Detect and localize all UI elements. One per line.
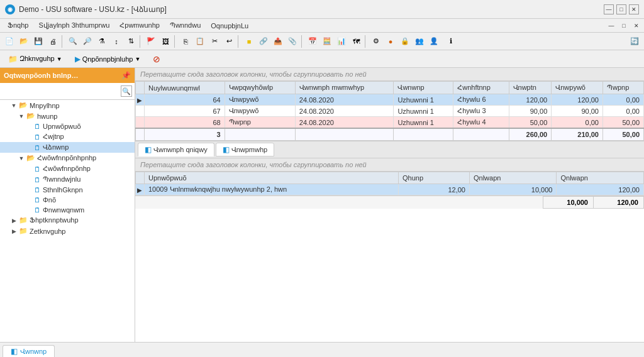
menu-file[interactable]: Ֆnqhp — [3, 20, 33, 31]
tb-users[interactable]: 👥 — [413, 35, 426, 48]
tree-item-moduels[interactable]: ▼ 📂 Mnpylhnp — [0, 100, 135, 111]
col-bot-name[interactable]: Upnwõpwuõ — [145, 172, 399, 184]
tb-sort[interactable]: ↕ — [109, 35, 123, 48]
tb-sep5 — [301, 35, 304, 48]
tab-invoice-lines[interactable]: ◧ Վwnwnph qniqwy — [138, 143, 214, 157]
menu-bar: Ֆnqhp Sվjaylnph 3hthumprwu Հpwmwunhp Պwn… — [0, 19, 644, 33]
table-row[interactable]: 67 Վnwpywõ 24.08.2020 Uzhuwnni 1 Հhywlu … — [136, 106, 644, 117]
col-person[interactable]: Հwnhftnnp — [453, 82, 509, 94]
tree-item-warehouse[interactable]: 🗒 Φnwnwqnwm — [0, 205, 135, 215]
doc-icon: 🗒 — [34, 176, 41, 184]
tb-gear[interactable]: ⚙ — [369, 35, 383, 48]
tb2-operations[interactable]: ▶ Qnpõnnpbjnluhp ▼ — [69, 52, 147, 66]
tb-save[interactable]: 💾 — [31, 35, 45, 48]
tab-payments[interactable]: ◧ Վnwpmwhp — [216, 143, 275, 157]
maximize-button[interactable]: □ — [616, 4, 626, 14]
tb2-sections[interactable]: 📁 Զhknvguhp ▼ — [3, 52, 68, 66]
col-indicator — [136, 82, 145, 94]
sidebar-pin-icon[interactable]: 📌 — [121, 71, 131, 80]
row-paid: 120,00 — [552, 94, 603, 106]
tb2-red-stop[interactable]: ⊘ — [147, 52, 166, 66]
menu-max-btn[interactable]: □ — [619, 21, 629, 31]
tb-refresh[interactable]: 🔄 — [628, 35, 641, 48]
row-person: Հhywlu 4 — [453, 117, 509, 129]
col-paid[interactable]: Վnwpywõ — [552, 82, 603, 94]
col-bot-amount[interactable]: Qnlwapn — [557, 172, 644, 184]
col-invoice[interactable]: Վwnwnp — [394, 82, 453, 94]
tree-item-customers[interactable]: 🗒 Upnwõpwuõ — [0, 121, 135, 131]
close-button[interactable]: ✕ — [629, 4, 639, 14]
row-amount: 120,00 — [509, 94, 552, 106]
tb-link[interactable]: 🔗 — [257, 35, 270, 48]
sidebar-search-icon[interactable]: 🔍 — [121, 85, 132, 97]
tb-flag[interactable]: 🚩 — [144, 35, 158, 48]
folder-icon: 📁 — [19, 216, 28, 224]
bottom-table-row[interactable]: ▶ 10009 Կnlnmwknqwjhu nwylwywunhp 2, hwn… — [136, 184, 644, 195]
tb-info[interactable]: ℹ — [444, 35, 458, 48]
bottom-tab-invoice[interactable]: ◧ Վwnwnp — [3, 345, 55, 357]
menu-views[interactable]: Sվjaylnph 3hthumprwu — [33, 20, 114, 31]
tb-circle[interactable]: ● — [384, 35, 397, 48]
col-num[interactable]: Nuylwuwunqmwl — [145, 82, 225, 94]
bottom-row-amount: 120,00 — [557, 184, 644, 195]
expand-icon — [25, 186, 33, 194]
summary-rest: 50,00 — [602, 128, 643, 141]
tb-chart[interactable]: 📊 — [335, 35, 348, 48]
tb-yellow[interactable]: ■ — [242, 35, 256, 48]
tb-filter[interactable]: 🔎 — [80, 35, 94, 48]
expand-icon — [25, 206, 33, 214]
tree-item-counterparts2[interactable]: 🗒 Հwõwfnnpõnhp — [0, 163, 135, 174]
col-status[interactable]: Կwpqwyhõwlp — [225, 82, 295, 94]
tb-cut[interactable]: ✂ — [208, 35, 221, 48]
tree-item-accounts[interactable]: 🗒 SthnlhGknpn — [0, 185, 135, 195]
tree-item-directories[interactable]: ▶ 📁 Ֆhptknnptwuhp — [0, 215, 135, 226]
tree-item-orders[interactable]: 🗒 Հwjtnp — [0, 131, 135, 142]
tb-map[interactable]: 🗺 — [349, 35, 363, 48]
tb-calendar[interactable]: 📅 — [306, 35, 319, 48]
tb-undo[interactable]: ↩ — [222, 35, 236, 48]
tb-paste[interactable]: 📋 — [193, 35, 207, 48]
row-date: 24.08.2020 — [295, 94, 394, 106]
main-table-scroll[interactable]: Nuylwuwunqmwl Կwpqwyhõwlp Վwnwnph mwmwhy… — [135, 81, 644, 141]
col-bot-qty[interactable]: Qhunp — [399, 172, 470, 184]
tree-item-counterparts[interactable]: ▼ 📂 Հwõwfnnpõnhpnhp — [0, 153, 135, 163]
tb-attach[interactable]: 📎 — [286, 35, 299, 48]
col-date[interactable]: Վwnwnph mwmwhyp — [295, 82, 394, 94]
menu-reports[interactable]: Պwnndwu — [165, 20, 206, 31]
menu-documents[interactable]: Հpwmwunhp — [114, 20, 165, 31]
doc-icon: 🗒 — [34, 144, 41, 151]
tb-filter2[interactable]: ⚗ — [95, 35, 109, 48]
tb-new[interactable]: 📄 — [3, 35, 16, 48]
col-amount[interactable]: Վnwptn — [509, 82, 552, 94]
tb-calc[interactable]: 🧮 — [320, 35, 334, 48]
tb-search[interactable]: 🔍 — [66, 35, 80, 48]
tb-open[interactable]: 📂 — [17, 35, 31, 48]
tb-sort2[interactable]: ⇅ — [124, 35, 138, 48]
menu-close-btn[interactable]: ✕ — [631, 21, 641, 31]
table-row[interactable]: ▶ 64 Վnwpywõ 24.08.2020 Uzhuwnni 1 Հhywl… — [136, 94, 644, 106]
tb-print[interactable]: 🖨 — [46, 35, 60, 48]
minimize-button[interactable]: — — [604, 4, 614, 14]
bottom-table-scroll[interactable]: Upnwõpwuõ Qhunp Qnlwapn Qnlwapn ▶ 10009 … — [135, 172, 644, 195]
tree-item-sales[interactable]: ▼ 📂 hwunp — [0, 111, 135, 121]
summary-empty3 — [295, 128, 394, 141]
summary-empty2 — [225, 128, 295, 141]
col-bot-price[interactable]: Qnlwapn — [469, 172, 557, 184]
tb-copy[interactable]: ⎘ — [179, 35, 192, 48]
tree-item-sections[interactable]: ▶ 📁 Zetknvguhp — [0, 226, 135, 236]
table-row[interactable]: 68 Պwpnp 24.08.2020 Uzhuwnni 1 Հhywlu 4 … — [136, 117, 644, 129]
tb-export[interactable]: 📤 — [271, 35, 285, 48]
tb-user[interactable]: 👤 — [427, 35, 441, 48]
tb-image[interactable]: 🖼 — [158, 35, 172, 48]
tree-item-payments[interactable]: 🗒 Պwnndwjnlu — [0, 174, 135, 185]
bottom-summary-row: 10,000 120,00 — [543, 197, 644, 209]
tb-lock[interactable]: 🔒 — [398, 35, 412, 48]
col-rest[interactable]: Պwpnp — [602, 82, 643, 94]
row-rest: 50,00 — [602, 117, 643, 129]
tree-item-cash[interactable]: 🗒 Φnõ — [0, 195, 135, 205]
menu-min-btn[interactable]: — — [606, 21, 616, 31]
expand-icon: ▼ — [18, 113, 25, 120]
menu-help[interactable]: OqnupbjnLu — [206, 21, 253, 31]
row-arrow-cell — [136, 117, 145, 129]
tree-item-invoices[interactable]: 🗒 Վձnwnp — [0, 142, 135, 153]
